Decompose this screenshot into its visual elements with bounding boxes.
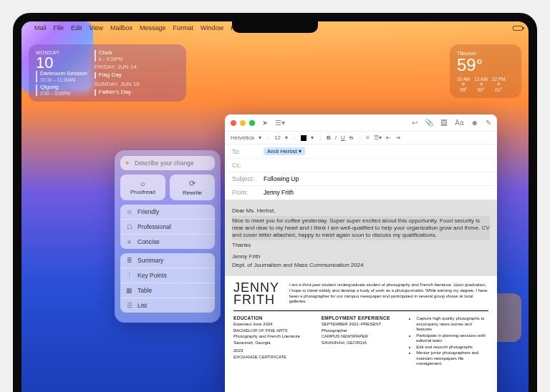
option-label: Summary — [138, 257, 163, 264]
align-icon[interactable]: ≡ — [366, 134, 370, 141]
message-body[interactable]: Dear Ms. Herbst, Nice to meet you for co… — [225, 200, 497, 276]
menu-mail[interactable]: Mail — [34, 24, 47, 31]
minimize-icon[interactable] — [240, 120, 246, 126]
link-icon[interactable]: 🖼 — [440, 119, 448, 127]
concise-icon: ≡ — [125, 238, 133, 245]
cc-label: Cc: — [232, 162, 259, 169]
cal-event-time: 2:00 – 3:00PM — [40, 91, 87, 96]
cal-event-time: 10:30 – 11:30AM — [40, 77, 87, 82]
employment-heading: EMPLOYMENT EXPERIENCE — [322, 315, 401, 320]
attach-icon[interactable]: 📎 — [425, 119, 433, 127]
weather-hour-temp: 59° — [457, 87, 470, 92]
resume-attachment[interactable]: JENNY FRITH I am a third-year student un… — [225, 276, 497, 392]
text-color-icon[interactable] — [301, 135, 307, 141]
edu-line: Expected June 2024 — [233, 322, 313, 328]
body-signature-name: Jenny Frith — [232, 253, 490, 260]
weather-widget[interactable]: Tiburon 59° 10 AM☀︎59° 11 AM☀︎60° 12 PM☀… — [450, 44, 521, 98]
edu-line: Savannah, Georgia — [233, 340, 313, 346]
emoji-icon[interactable]: ☻ — [471, 119, 478, 127]
cc-field[interactable] — [264, 162, 490, 169]
menu-format[interactable]: Format — [173, 24, 193, 31]
table-option[interactable]: ▦Table — [120, 283, 215, 298]
resume-bullet: Edit and retouch photographs — [416, 345, 488, 351]
header-fields-icon[interactable]: ☰▾ — [275, 119, 285, 127]
to-recipient-pill[interactable]: Andi Herbst ▾ — [264, 147, 305, 155]
window-titlebar[interactable]: ➤ ☰▾ ↩ 📎 🖼 Aa ☻ ✎ — [225, 114, 497, 132]
professional-option[interactable]: ☖Professional — [120, 219, 215, 234]
cal-date-header: SUNDAY, JUN 16 — [95, 81, 179, 87]
option-label: Friendly — [138, 208, 159, 215]
to-label: To: — [232, 148, 259, 155]
reply-icon[interactable]: ↩ — [412, 119, 418, 127]
strike-button[interactable]: S — [349, 134, 353, 141]
menu-mailbox[interactable]: Mailbox — [110, 24, 132, 31]
rewrite-icon: ⟳ — [173, 179, 212, 188]
keypoints-icon: ⋮ — [125, 272, 133, 279]
resume-bullet: Participate in planning sessions with ed… — [416, 333, 488, 344]
edu-line: BACHELOR OF FINE ARTS — [233, 328, 313, 334]
close-icon[interactable] — [231, 120, 236, 126]
list-option[interactable]: ☰List — [120, 298, 215, 313]
list-icon: ☰ — [125, 302, 133, 309]
subject-field[interactable]: Following Up — [264, 175, 299, 182]
describe-change-placeholder: Describe your change — [135, 160, 194, 167]
option-label: Key Points — [138, 272, 167, 279]
resume-bullet: Mentor junior photographers and maintain… — [416, 351, 488, 367]
describe-change-input[interactable]: ✦ Describe your change — [120, 156, 215, 170]
menu-edit[interactable]: Edit — [71, 24, 82, 31]
menu-message[interactable]: Message — [140, 24, 166, 31]
table-icon: ▦ — [125, 287, 133, 294]
education-heading: EDUCATION — [233, 315, 313, 320]
cal-event: Qigong — [40, 84, 87, 91]
list-format-icon[interactable]: ☰▾ — [374, 134, 382, 141]
option-label: Table — [138, 287, 152, 294]
underline-button[interactable]: U — [341, 134, 345, 141]
menu-window[interactable]: Window — [201, 24, 223, 31]
writing-tools-icon[interactable]: ✎ — [486, 119, 491, 127]
sparkle-icon: ✦ — [125, 160, 130, 167]
cal-event: Father's Day — [99, 89, 179, 96]
edu-line: 2023 — [233, 348, 313, 354]
indent-in-icon[interactable]: ⇥ — [395, 134, 400, 141]
summary-option[interactable]: ≣Summary — [120, 253, 215, 268]
emp-line: CAMPUS NEWSPAPER — [322, 334, 401, 340]
zoom-icon[interactable] — [249, 120, 255, 126]
concise-option[interactable]: ≡Concise — [120, 234, 215, 249]
from-field[interactable]: Jenny Frith — [264, 189, 294, 196]
format-bar: Helvetica▾ | 12▾ | ▾ | B I U S | ≡ ☰▾ ⇤ … — [225, 132, 497, 144]
edu-line: EXCHANGE CERTIFICATE — [233, 355, 313, 361]
resume-bullet: Capture high quality photographs to acco… — [416, 316, 488, 333]
send-icon[interactable]: ➤ — [262, 119, 268, 127]
cal-event: Flag Day — [99, 72, 179, 79]
bold-button[interactable]: B — [327, 134, 331, 141]
option-label: List — [138, 302, 147, 309]
weather-hour-temp: 60° — [474, 87, 487, 92]
calendar-widget[interactable]: MONDAY 10 Darkroom Session10:30 – 11:30A… — [29, 44, 186, 102]
indent-out-icon[interactable]: ⇤ — [386, 134, 391, 141]
summary-icon: ≣ — [125, 257, 133, 264]
battery-icon[interactable] — [513, 26, 523, 31]
briefcase-icon: ☖ — [125, 223, 133, 230]
emp-line: SAVANNAH, GEORGIA — [322, 340, 401, 346]
cal-event-time: 8 – 9:30PM — [99, 57, 179, 62]
rewrite-button[interactable]: ⟳Rewrite — [170, 175, 215, 200]
italic-button[interactable]: I — [335, 134, 337, 141]
resume-lastname: FRITH — [233, 294, 279, 306]
weather-temp: 59° — [457, 57, 514, 74]
font-size-select[interactable]: 12 — [274, 134, 281, 141]
laptop-notch — [232, 21, 318, 33]
menu-view[interactable]: View — [90, 24, 103, 31]
weather-hour: 12 PM — [492, 77, 506, 82]
body-thanks: Thanks — [232, 242, 490, 249]
writing-tools-panel: ✦ Describe your change ⌕Proofread ⟳Rewri… — [115, 150, 221, 323]
proofread-button[interactable]: ⌕Proofread — [120, 175, 165, 200]
menu-file[interactable]: File — [54, 24, 64, 31]
rewrite-label: Rewrite — [183, 190, 202, 196]
proofread-label: Proofread — [130, 189, 155, 195]
resume-bio: I am a third-year student undergraduate … — [289, 283, 488, 305]
font-family-select[interactable]: Helvetica — [231, 134, 254, 141]
friendly-option[interactable]: ☺Friendly — [120, 205, 215, 219]
body-greeting: Dear Ms. Herbst, — [232, 207, 490, 215]
keypoints-option[interactable]: ⋮Key Points — [120, 268, 215, 283]
format-icon[interactable]: Aa — [455, 119, 463, 127]
